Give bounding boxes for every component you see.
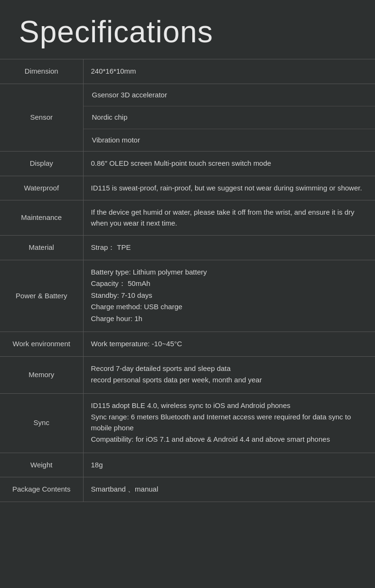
maintenance-row: Maintenance If the device get humid or w… bbox=[0, 200, 375, 236]
memory-label: Memory bbox=[0, 356, 83, 393]
sync-label: Sync bbox=[0, 393, 83, 453]
power-battery-row: Power & Battery Battery type: Lithium po… bbox=[0, 260, 375, 332]
display-row: Display 0.86″ OLED screen Multi-point to… bbox=[0, 152, 375, 176]
package-contents-value: Smartband 、manual bbox=[83, 477, 375, 502]
page-title: Specifications bbox=[19, 14, 356, 49]
sensor-value-1: Nordic chip bbox=[84, 106, 375, 129]
sensor-value-0: Gsensor 3D accelerator bbox=[84, 84, 375, 107]
dimension-value: 240*16*10mm bbox=[83, 59, 375, 84]
dimension-row: Dimension 240*16*10mm bbox=[0, 59, 375, 84]
memory-row: Memory Record 7-day detailed sports and … bbox=[0, 356, 375, 393]
battery-value-0: Battery type: Lithium polymer battery bbox=[91, 267, 368, 278]
waterproof-label: Waterproof bbox=[0, 176, 83, 200]
waterproof-row: Waterproof ID115 is sweat-proof, rain-pr… bbox=[0, 176, 375, 200]
sensor-values-cell: Gsensor 3D accelerator Nordic chip Vibra… bbox=[83, 84, 375, 152]
work-environment-row: Work environment Work temperature: -10~4… bbox=[0, 332, 375, 357]
work-environment-label: Work environment bbox=[0, 332, 83, 357]
material-row: Material Strap： TPE bbox=[0, 236, 375, 260]
display-label: Display bbox=[0, 152, 83, 176]
material-value: Strap： TPE bbox=[83, 236, 375, 260]
work-environment-value: Work temperature: -10~45°C bbox=[83, 332, 375, 357]
sensor-value-2: Vibration motor bbox=[84, 129, 375, 152]
battery-value-2: Standby: 7-10 days bbox=[91, 290, 368, 301]
maintenance-value: If the device get humid or water, please… bbox=[83, 200, 375, 236]
weight-row: Weight 18g bbox=[0, 453, 375, 477]
battery-value-4: Charge hour: 1h bbox=[91, 313, 368, 324]
title-section: Specifications bbox=[0, 0, 375, 59]
package-contents-row: Package Contents Smartband 、manual bbox=[0, 477, 375, 502]
memory-value-1: record personal sports data per week, mo… bbox=[91, 375, 368, 386]
battery-value-1: Capacity： 50mAh bbox=[91, 278, 368, 289]
waterproof-value: ID115 is sweat-proof, rain-proof, but we… bbox=[83, 176, 375, 200]
maintenance-label: Maintenance bbox=[0, 200, 83, 236]
display-value: 0.86″ OLED screen Multi-point touch scre… bbox=[83, 152, 375, 176]
sensor-row: Sensor Gsensor 3D accelerator Nordic chi… bbox=[0, 84, 375, 152]
dimension-label: Dimension bbox=[0, 59, 83, 84]
package-contents-label: Package Contents bbox=[0, 477, 83, 502]
sync-value-1: Sync range: 6 meters Bluetooth and Inter… bbox=[91, 412, 368, 433]
weight-value: 18g bbox=[83, 453, 375, 477]
power-battery-label: Power & Battery bbox=[0, 260, 83, 332]
sync-value-2: Compatibility: for iOS 7.1 and above & A… bbox=[91, 434, 368, 445]
material-label: Material bbox=[0, 236, 83, 260]
battery-value-3: Charge method: USB charge bbox=[91, 302, 368, 313]
memory-value-0: Record 7-day detailed sports and sleep d… bbox=[91, 363, 368, 374]
page-container: Specifications Dimension 240*16*10mm Sen… bbox=[0, 0, 375, 502]
sensor-label: Sensor bbox=[0, 84, 83, 152]
sync-value-0: ID115 adopt BLE 4.0, wireless sync to iO… bbox=[91, 400, 368, 411]
specs-table: Dimension 240*16*10mm Sensor Gsensor 3D … bbox=[0, 59, 375, 502]
memory-values-cell: Record 7-day detailed sports and sleep d… bbox=[83, 356, 375, 393]
power-battery-values-cell: Battery type: Lithium polymer battery Ca… bbox=[83, 260, 375, 332]
sync-values-cell: ID115 adopt BLE 4.0, wireless sync to iO… bbox=[83, 393, 375, 453]
sync-row: Sync ID115 adopt BLE 4.0, wireless sync … bbox=[0, 393, 375, 453]
weight-label: Weight bbox=[0, 453, 83, 477]
